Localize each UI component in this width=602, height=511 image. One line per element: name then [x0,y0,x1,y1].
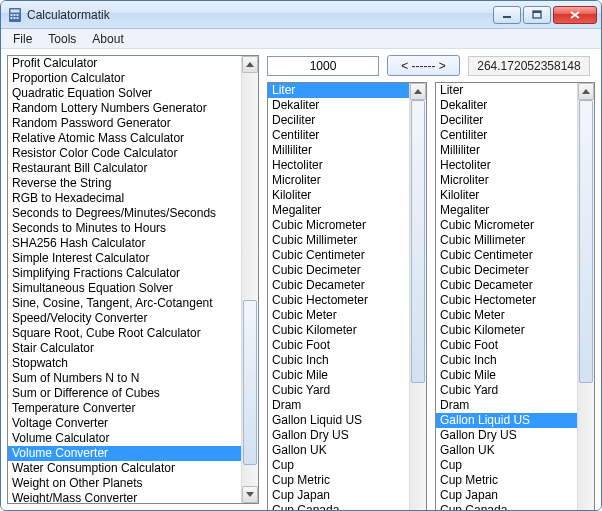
list-item[interactable]: Profit Calculator [8,56,241,71]
list-item[interactable]: Volume Calculator [8,431,241,446]
scroll-up-button[interactable] [242,56,258,73]
list-item[interactable]: Cup [268,458,409,473]
scroll-track[interactable] [410,100,426,511]
list-item[interactable]: Cubic Millimeter [436,233,577,248]
list-item[interactable]: Cubic Foot [436,338,577,353]
list-item[interactable]: Deciliter [436,113,577,128]
calculator-list-scrollbar[interactable] [241,56,258,503]
list-item[interactable]: Random Lottery Numbers Generator [8,101,241,116]
list-item[interactable]: Cup Canada [268,503,409,511]
list-item[interactable]: Cubic Foot [268,338,409,353]
list-item[interactable]: Megaliter [436,203,577,218]
list-item[interactable]: Cubic Inch [268,353,409,368]
scroll-thumb[interactable] [579,100,593,383]
minimize-button[interactable] [493,6,521,24]
list-item[interactable]: Cup [436,458,577,473]
list-item[interactable]: Kiloliter [436,188,577,203]
list-item[interactable]: Cubic Decameter [268,278,409,293]
list-item[interactable]: Weight/Mass Converter [8,491,241,503]
list-item[interactable]: Megaliter [268,203,409,218]
list-item[interactable]: Cubic Hectometer [436,293,577,308]
list-item[interactable]: Sum of Numbers N to N [8,371,241,386]
list-item[interactable]: Proportion Calculator [8,71,241,86]
list-item[interactable]: Hectoliter [436,158,577,173]
from-unit-scrollbar[interactable] [409,83,426,511]
list-item[interactable]: Resistor Color Code Calculator [8,146,241,161]
list-item[interactable]: Centiliter [268,128,409,143]
list-item[interactable]: Cubic Millimeter [268,233,409,248]
list-item[interactable]: Cup Japan [268,488,409,503]
list-item[interactable]: Centiliter [436,128,577,143]
list-item[interactable]: Cubic Hectometer [268,293,409,308]
list-item[interactable]: Cubic Centimeter [268,248,409,263]
scroll-down-button[interactable] [242,486,258,503]
list-item[interactable]: Simultaneous Equation Solver [8,281,241,296]
list-item[interactable]: Cubic Decimeter [268,263,409,278]
list-item[interactable]: Dram [268,398,409,413]
list-item[interactable]: Dekaliter [268,98,409,113]
list-item[interactable]: Cubic Mile [436,368,577,383]
list-item[interactable]: Hectoliter [268,158,409,173]
scroll-thumb[interactable] [411,100,425,383]
from-unit-list[interactable]: LiterDekaliterDeciliterCentiliterMillili… [268,83,409,511]
list-item[interactable]: Cup Japan [436,488,577,503]
list-item[interactable]: Cubic Mile [268,368,409,383]
list-item[interactable]: Cubic Decameter [436,278,577,293]
list-item[interactable]: Seconds to Minutes to Hours [8,221,241,236]
list-item[interactable]: Cubic Meter [268,308,409,323]
scroll-track[interactable] [578,100,594,511]
list-item[interactable]: Seconds to Degrees/Minutes/Seconds [8,206,241,221]
list-item[interactable]: RGB to Hexadecimal [8,191,241,206]
menu-tools[interactable]: Tools [40,30,84,48]
list-item[interactable]: Cubic Micrometer [268,218,409,233]
convert-button[interactable]: < ------ > [387,55,460,76]
list-item[interactable]: Cup Metric [436,473,577,488]
to-unit-list[interactable]: LiterDekaliterDeciliterCentiliterMillili… [436,83,577,511]
list-item[interactable]: Cup Canada [436,503,577,511]
input-value-field[interactable] [267,56,379,76]
list-item[interactable]: Temperature Converter [8,401,241,416]
scroll-thumb[interactable] [243,300,257,465]
list-item[interactable]: Gallon Liquid US [268,413,409,428]
list-item[interactable]: Liter [436,83,577,98]
list-item[interactable]: Gallon UK [268,443,409,458]
list-item[interactable]: Relative Atomic Mass Calculator [8,131,241,146]
list-item[interactable]: Simple Interest Calculator [8,251,241,266]
list-item[interactable]: Cubic Micrometer [436,218,577,233]
list-item[interactable]: Liter [268,83,409,98]
list-item[interactable]: Sine, Cosine, Tangent, Arc-Cotangent [8,296,241,311]
list-item[interactable]: SHA256 Hash Calculator [8,236,241,251]
list-item[interactable]: Stair Calculator [8,341,241,356]
list-item[interactable]: Gallon Dry US [268,428,409,443]
titlebar[interactable]: Calculatormatik [1,1,601,29]
menu-about[interactable]: About [84,30,131,48]
scroll-track[interactable] [242,73,258,486]
list-item[interactable]: Sum or Difference of Cubes [8,386,241,401]
list-item[interactable]: Deciliter [268,113,409,128]
list-item[interactable]: Restaurant Bill Calculator [8,161,241,176]
list-item[interactable]: Square Root, Cube Root Calculator [8,326,241,341]
list-item[interactable]: Cubic Kilometer [268,323,409,338]
scroll-up-button[interactable] [410,83,426,100]
list-item[interactable]: Cubic Yard [436,383,577,398]
list-item[interactable]: Reverse the String [8,176,241,191]
list-item[interactable]: Cup Metric [268,473,409,488]
list-item[interactable]: Kiloliter [268,188,409,203]
list-item[interactable]: Cubic Decimeter [436,263,577,278]
list-item[interactable]: Stopwatch [8,356,241,371]
list-item[interactable]: Microliter [268,173,409,188]
list-item[interactable]: Cubic Yard [268,383,409,398]
list-item[interactable]: Gallon Dry US [436,428,577,443]
list-item[interactable]: Gallon UK [436,443,577,458]
calculator-list[interactable]: Profit CalculatorProportion CalculatorQu… [8,56,241,503]
list-item[interactable]: Microliter [436,173,577,188]
list-item[interactable]: Dram [436,398,577,413]
list-item[interactable]: Cubic Kilometer [436,323,577,338]
list-item[interactable]: Water Consumption Calculator [8,461,241,476]
list-item[interactable]: Dekaliter [436,98,577,113]
list-item[interactable]: Milliliter [268,143,409,158]
close-button[interactable] [553,6,597,24]
list-item[interactable]: Quadratic Equation Solver [8,86,241,101]
to-unit-scrollbar[interactable] [577,83,594,511]
list-item[interactable]: Weight on Other Planets [8,476,241,491]
